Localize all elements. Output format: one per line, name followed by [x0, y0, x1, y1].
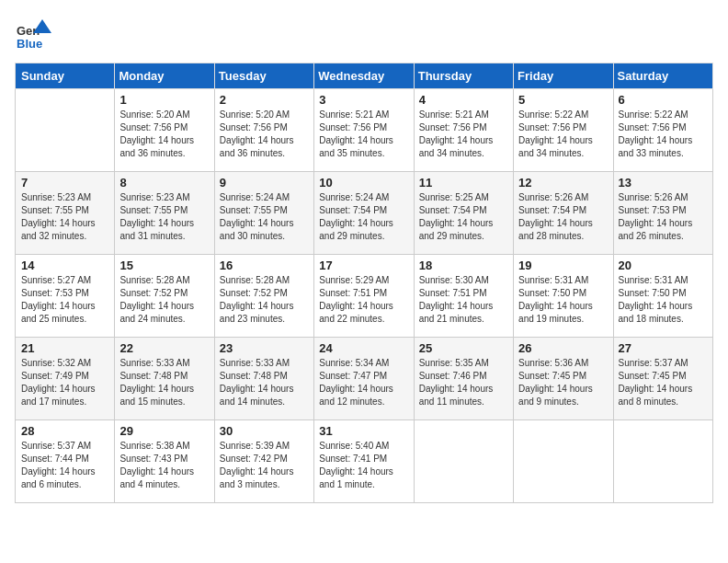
- day-info: Sunrise: 5:31 AMSunset: 7:50 PMDaylight:…: [518, 274, 608, 326]
- day-info: Sunrise: 5:22 AMSunset: 7:56 PMDaylight:…: [518, 109, 608, 160]
- calendar-cell: 12Sunrise: 5:26 AMSunset: 7:54 PMDayligh…: [514, 172, 613, 255]
- day-number: 3: [319, 93, 408, 107]
- calendar-week-5: 28Sunrise: 5:37 AMSunset: 7:44 PMDayligh…: [16, 420, 713, 503]
- day-number: 18: [419, 259, 508, 272]
- day-number: 26: [518, 341, 608, 355]
- calendar-cell: 13Sunrise: 5:26 AMSunset: 7:53 PMDayligh…: [613, 172, 712, 255]
- day-number: 8: [119, 176, 209, 190]
- calendar-cell: [613, 420, 712, 503]
- calendar-cell: 9Sunrise: 5:24 AMSunset: 7:55 PMDaylight…: [214, 172, 313, 255]
- logo-icon: Gen Blue: [15, 15, 51, 52]
- calendar-cell: 28Sunrise: 5:37 AMSunset: 7:44 PMDayligh…: [16, 420, 115, 503]
- calendar-cell: 1Sunrise: 5:20 AMSunset: 7:56 PMDaylight…: [115, 89, 214, 172]
- calendar-cell: 6Sunrise: 5:22 AMSunset: 7:56 PMDaylight…: [613, 89, 712, 172]
- weekday-header-thursday: Thursday: [414, 63, 513, 89]
- calendar-cell: 18Sunrise: 5:30 AMSunset: 7:51 PMDayligh…: [414, 255, 513, 338]
- calendar-week-4: 21Sunrise: 5:32 AMSunset: 7:49 PMDayligh…: [16, 338, 713, 420]
- weekday-header-wednesday: Wednesday: [314, 63, 414, 89]
- day-info: Sunrise: 5:30 AMSunset: 7:51 PMDaylight:…: [419, 274, 508, 326]
- day-number: 10: [319, 176, 408, 190]
- day-info: Sunrise: 5:31 AMSunset: 7:50 PMDaylight:…: [619, 274, 708, 326]
- calendar-cell: 24Sunrise: 5:34 AMSunset: 7:47 PMDayligh…: [314, 338, 414, 420]
- day-number: 15: [119, 259, 209, 272]
- svg-text:Blue: Blue: [17, 37, 42, 51]
- day-info: Sunrise: 5:28 AMSunset: 7:52 PMDaylight:…: [119, 274, 209, 326]
- weekday-header-saturday: Saturday: [613, 63, 712, 89]
- day-info: Sunrise: 5:37 AMSunset: 7:45 PMDaylight:…: [619, 357, 708, 408]
- day-number: 19: [518, 259, 608, 272]
- day-info: Sunrise: 5:27 AMSunset: 7:53 PMDaylight:…: [21, 274, 109, 326]
- calendar-cell: 27Sunrise: 5:37 AMSunset: 7:45 PMDayligh…: [613, 338, 712, 420]
- day-number: 31: [319, 424, 408, 438]
- weekday-header-sunday: Sunday: [16, 63, 115, 89]
- day-number: 21: [21, 341, 109, 355]
- calendar-cell: 23Sunrise: 5:33 AMSunset: 7:48 PMDayligh…: [214, 338, 313, 420]
- day-number: 29: [119, 424, 209, 438]
- day-info: Sunrise: 5:37 AMSunset: 7:44 PMDaylight:…: [21, 440, 109, 491]
- day-info: Sunrise: 5:20 AMSunset: 7:56 PMDaylight:…: [220, 109, 309, 160]
- day-info: Sunrise: 5:21 AMSunset: 7:56 PMDaylight:…: [319, 109, 408, 160]
- weekday-header-tuesday: Tuesday: [214, 63, 313, 89]
- day-info: Sunrise: 5:25 AMSunset: 7:54 PMDaylight:…: [419, 191, 508, 243]
- day-number: 22: [119, 341, 209, 355]
- calendar-cell: 4Sunrise: 5:21 AMSunset: 7:56 PMDaylight…: [414, 89, 513, 172]
- calendar-cell: [514, 420, 613, 503]
- calendar-cell: [16, 89, 115, 172]
- day-info: Sunrise: 5:26 AMSunset: 7:54 PMDaylight:…: [518, 191, 608, 243]
- day-info: Sunrise: 5:33 AMSunset: 7:48 PMDaylight:…: [119, 357, 209, 408]
- calendar-cell: 11Sunrise: 5:25 AMSunset: 7:54 PMDayligh…: [414, 172, 513, 255]
- calendar-table: SundayMondayTuesdayWednesdayThursdayFrid…: [15, 63, 713, 503]
- day-info: Sunrise: 5:20 AMSunset: 7:56 PMDaylight:…: [119, 109, 209, 160]
- day-info: Sunrise: 5:22 AMSunset: 7:56 PMDaylight:…: [619, 109, 708, 160]
- weekday-header-row: SundayMondayTuesdayWednesdayThursdayFrid…: [16, 63, 713, 89]
- calendar-cell: 21Sunrise: 5:32 AMSunset: 7:49 PMDayligh…: [16, 338, 115, 420]
- calendar-week-3: 14Sunrise: 5:27 AMSunset: 7:53 PMDayligh…: [16, 255, 713, 338]
- weekday-header-monday: Monday: [115, 63, 214, 89]
- day-number: 1: [119, 93, 209, 107]
- day-info: Sunrise: 5:33 AMSunset: 7:48 PMDaylight:…: [220, 357, 309, 408]
- day-info: Sunrise: 5:29 AMSunset: 7:51 PMDaylight:…: [319, 274, 408, 326]
- calendar-cell: 10Sunrise: 5:24 AMSunset: 7:54 PMDayligh…: [314, 172, 414, 255]
- day-info: Sunrise: 5:34 AMSunset: 7:47 PMDaylight:…: [319, 357, 408, 408]
- calendar-cell: 7Sunrise: 5:23 AMSunset: 7:55 PMDaylight…: [16, 172, 115, 255]
- calendar-cell: 29Sunrise: 5:38 AMSunset: 7:43 PMDayligh…: [115, 420, 214, 503]
- calendar-cell: 2Sunrise: 5:20 AMSunset: 7:56 PMDaylight…: [214, 89, 313, 172]
- day-number: 28: [21, 424, 109, 438]
- calendar-cell: 17Sunrise: 5:29 AMSunset: 7:51 PMDayligh…: [314, 255, 414, 338]
- page-header: Gen Blue: [15, 15, 713, 52]
- day-info: Sunrise: 5:36 AMSunset: 7:45 PMDaylight:…: [518, 357, 608, 408]
- day-info: Sunrise: 5:38 AMSunset: 7:43 PMDaylight:…: [119, 440, 209, 491]
- day-number: 17: [319, 259, 408, 272]
- weekday-header-friday: Friday: [514, 63, 613, 89]
- calendar-cell: 16Sunrise: 5:28 AMSunset: 7:52 PMDayligh…: [214, 255, 313, 338]
- day-number: 7: [21, 176, 109, 190]
- calendar-week-1: 1Sunrise: 5:20 AMSunset: 7:56 PMDaylight…: [16, 89, 713, 172]
- day-number: 16: [220, 259, 309, 272]
- day-info: Sunrise: 5:21 AMSunset: 7:56 PMDaylight:…: [419, 109, 508, 160]
- day-info: Sunrise: 5:35 AMSunset: 7:46 PMDaylight:…: [419, 357, 508, 408]
- day-info: Sunrise: 5:28 AMSunset: 7:52 PMDaylight:…: [220, 274, 309, 326]
- day-number: 20: [619, 259, 708, 272]
- calendar-cell: 31Sunrise: 5:40 AMSunset: 7:41 PMDayligh…: [314, 420, 414, 503]
- calendar-cell: 30Sunrise: 5:39 AMSunset: 7:42 PMDayligh…: [214, 420, 313, 503]
- calendar-cell: 3Sunrise: 5:21 AMSunset: 7:56 PMDaylight…: [314, 89, 414, 172]
- day-info: Sunrise: 5:24 AMSunset: 7:55 PMDaylight:…: [220, 191, 309, 243]
- day-number: 5: [518, 93, 608, 107]
- day-number: 13: [619, 176, 708, 190]
- day-number: 9: [220, 176, 309, 190]
- calendar-cell: 22Sunrise: 5:33 AMSunset: 7:48 PMDayligh…: [115, 338, 214, 420]
- calendar-cell: 25Sunrise: 5:35 AMSunset: 7:46 PMDayligh…: [414, 338, 513, 420]
- calendar-cell: 20Sunrise: 5:31 AMSunset: 7:50 PMDayligh…: [613, 255, 712, 338]
- calendar-cell: 5Sunrise: 5:22 AMSunset: 7:56 PMDaylight…: [514, 89, 613, 172]
- calendar-week-2: 7Sunrise: 5:23 AMSunset: 7:55 PMDaylight…: [16, 172, 713, 255]
- day-number: 30: [220, 424, 309, 438]
- calendar-cell: 8Sunrise: 5:23 AMSunset: 7:55 PMDaylight…: [115, 172, 214, 255]
- day-number: 23: [220, 341, 309, 355]
- day-number: 6: [619, 93, 708, 107]
- calendar-cell: 26Sunrise: 5:36 AMSunset: 7:45 PMDayligh…: [514, 338, 613, 420]
- day-info: Sunrise: 5:23 AMSunset: 7:55 PMDaylight:…: [119, 191, 209, 243]
- day-number: 2: [220, 93, 309, 107]
- calendar-cell: 15Sunrise: 5:28 AMSunset: 7:52 PMDayligh…: [115, 255, 214, 338]
- calendar-cell: 14Sunrise: 5:27 AMSunset: 7:53 PMDayligh…: [16, 255, 115, 338]
- day-number: 14: [21, 259, 109, 272]
